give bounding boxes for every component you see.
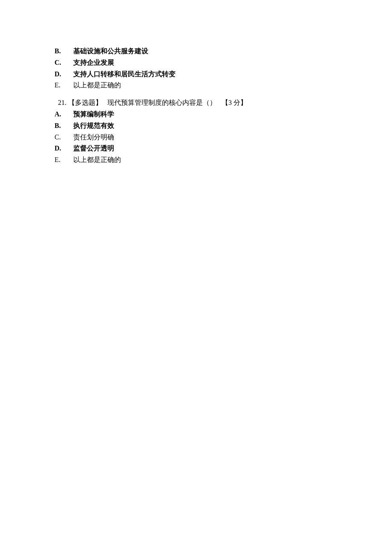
option-letter: C. — [55, 58, 66, 68]
q21-option-c[interactable]: C. 责任划分明确 — [55, 132, 392, 143]
option-letter: E. — [55, 80, 66, 91]
q20-option-c[interactable]: C. 支持企业发展 — [55, 58, 392, 68]
option-text: 支持人口转移和居民生活方式转变 — [73, 69, 176, 80]
option-letter: B. — [55, 121, 66, 131]
option-letter: D. — [55, 143, 66, 154]
question-stem-text: 现代预算管理制度的核心内容是（） — [107, 99, 216, 106]
question-tag: 【多选题】 — [68, 99, 102, 106]
q20-option-d[interactable]: D. 支持人口转移和居民生活方式转变 — [55, 69, 392, 80]
option-text: 预算编制科学 — [73, 109, 114, 120]
option-text: 责任划分明确 — [73, 132, 114, 143]
option-letter: B. — [55, 46, 66, 57]
option-letter: D. — [55, 69, 66, 80]
q21-option-d[interactable]: D. 监督公开透明 — [55, 143, 392, 154]
question-21-stem: 21. 【多选题】 现代预算管理制度的核心内容是（） 【3 分】 — [55, 98, 392, 108]
points-bracket-close: 分】 — [232, 99, 247, 106]
q21-option-a[interactable]: A. 预算编制科学 — [55, 109, 392, 120]
option-text: 以上都是正确的 — [73, 80, 121, 91]
option-letter: A. — [55, 109, 66, 120]
points-value: 3 — [228, 99, 232, 106]
option-text: 监督公开透明 — [73, 143, 114, 154]
option-text: 基础设施和公共服务建设 — [73, 46, 148, 57]
q21-option-b[interactable]: B. 执行规范有效 — [55, 121, 392, 131]
question-21: 21. 【多选题】 现代预算管理制度的核心内容是（） 【3 分】 — [55, 98, 392, 108]
option-letter: E. — [55, 155, 66, 165]
question-number: 21. — [58, 99, 66, 106]
q20-option-b[interactable]: B. 基础设施和公共服务建设 — [55, 46, 392, 57]
option-text: 支持企业发展 — [73, 58, 114, 68]
option-letter: C. — [55, 132, 66, 143]
question-21-options: A. 预算编制科学 B. 执行规范有效 C. 责任划分明确 D. 监督公开透明 … — [55, 109, 392, 165]
q20-option-e[interactable]: E. 以上都是正确的 — [55, 80, 392, 91]
points-bracket-open: 【 — [222, 99, 228, 106]
question-20-options: B. 基础设施和公共服务建设 C. 支持企业发展 D. 支持人口转移和居民生活方… — [55, 46, 392, 91]
option-text: 执行规范有效 — [73, 121, 114, 131]
q21-option-e[interactable]: E. 以上都是正确的 — [55, 155, 392, 165]
option-text: 以上都是正确的 — [73, 155, 121, 165]
